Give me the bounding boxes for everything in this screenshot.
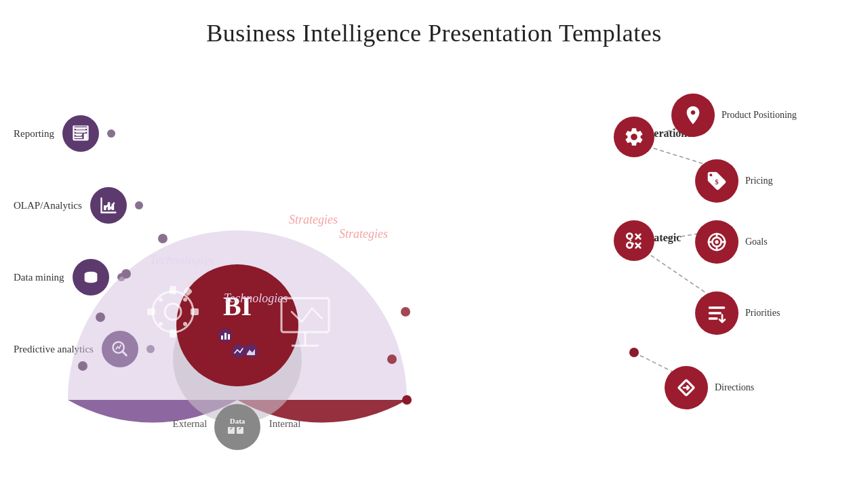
svg-text:Strategies: Strategies: [289, 213, 338, 226]
svg-point-16: [159, 322, 163, 326]
svg-rect-12: [191, 308, 199, 315]
priorities-icon-circle: [695, 291, 738, 335]
price-tag-icon: $: [706, 170, 728, 192]
location-pin-icon: [682, 104, 704, 126]
svg-text:Technologies: Technologies: [150, 253, 214, 267]
svg-point-31: [121, 269, 131, 279]
right-item-priorities: Priorities: [695, 291, 780, 335]
svg-text:BI: BI: [223, 291, 252, 321]
svg-point-61: [715, 240, 718, 243]
product-positioning-text: Product Positioning: [722, 110, 797, 121]
list-down-icon: [706, 302, 728, 324]
svg-point-29: [78, 361, 87, 371]
goals-icon-circle: [695, 220, 738, 264]
diamond-arrow-icon: [675, 377, 697, 399]
svg-point-33: [402, 395, 412, 405]
right-item-directions: Directions: [665, 366, 754, 409]
right-item-pricing: $ Pricing: [695, 159, 772, 203]
svg-point-35: [387, 354, 397, 364]
svg-point-32: [158, 234, 167, 243]
strategic-icon-circle: [614, 220, 654, 261]
operational-icon-circle: [614, 117, 654, 157]
tactics-icon: [623, 230, 645, 251]
svg-point-18: [159, 298, 163, 302]
strategic-icon-area: [614, 220, 654, 261]
svg-point-34: [401, 307, 410, 317]
svg-point-17: [183, 322, 187, 326]
svg-rect-10: [170, 286, 176, 294]
svg-rect-25: [224, 333, 226, 340]
svg-rect-11: [170, 329, 176, 338]
diagram-svg: BI: [0, 61, 475, 454]
pricing-text: Pricing: [745, 176, 772, 186]
right-item-product-positioning: Product Positioning: [671, 94, 797, 137]
right-section: Operational Product Positioning $ Pricin…: [614, 88, 858, 488]
svg-rect-24: [221, 336, 223, 340]
gear-settings-icon: [623, 126, 645, 148]
svg-text:Internal: Internal: [269, 418, 301, 429]
svg-point-7: [176, 264, 298, 386]
svg-text:External: External: [173, 418, 208, 429]
target-icon: [706, 231, 728, 253]
product-positioning-icon-circle: [671, 94, 715, 137]
svg-text:$: $: [715, 178, 719, 186]
goals-text: Goals: [745, 237, 768, 247]
svg-point-15: [183, 298, 187, 302]
right-item-goals: Goals: [695, 220, 768, 264]
svg-point-56: [627, 243, 632, 248]
page-title: Business Intelligence Presentation Templ…: [0, 0, 868, 47]
svg-point-53: [627, 233, 632, 239]
svg-point-51: [629, 348, 639, 357]
svg-rect-13: [147, 308, 155, 315]
svg-point-30: [96, 312, 105, 322]
directions-text: Directions: [715, 382, 754, 393]
directions-icon-circle: [665, 366, 708, 409]
priorities-text: Priorities: [745, 308, 780, 319]
pricing-icon-circle: $: [695, 159, 738, 203]
main-container: Reporting OLAP/Analytics: [0, 61, 868, 488]
svg-text:Data: Data: [230, 417, 245, 425]
operational-icon-area: [614, 117, 654, 157]
svg-rect-26: [228, 334, 230, 340]
